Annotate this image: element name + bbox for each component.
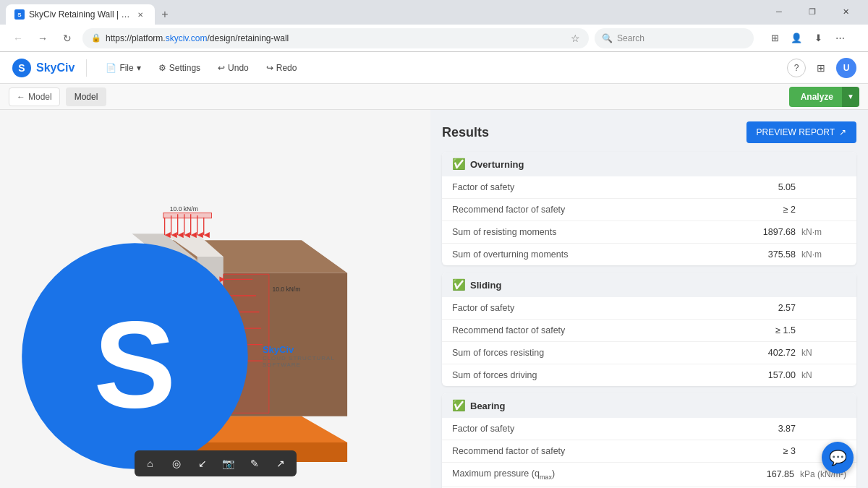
external-link-icon: ↗ — [839, 127, 846, 137]
sliding-header: ✅ Sliding — [442, 273, 856, 297]
fit-button[interactable]: ↙ — [191, 453, 214, 474]
result-row: Sum of overturning moments 375.58 kN·m — [442, 244, 856, 265]
url-bar[interactable]: 🔒 https://platform.skyciv.com/design/ret… — [82, 28, 589, 48]
restore-button[interactable]: ❐ — [796, 1, 829, 22]
results-header: Results PREVIEW REPORT ↗ — [442, 121, 856, 143]
result-row: Recommend factor of safety ≥ 1.5 — [442, 320, 856, 342]
overturning-section: ✅ Overturning Factor of safety 5.05 Reco… — [442, 152, 856, 265]
tab-close-button[interactable]: ✕ — [135, 9, 146, 20]
undo-button[interactable]: ↩ Undo — [210, 58, 256, 78]
check-icon: ✅ — [452, 278, 466, 291]
settings-button[interactable]: ⚙ Settings — [151, 58, 208, 78]
active-tab[interactable]: S SkyCiv Retaining Wall | SkyCiv ✕ — [6, 4, 155, 25]
row-unit: kN — [796, 348, 846, 358]
new-tab-button[interactable]: + — [155, 4, 175, 25]
header-nav: 📄 File ▾ ⚙ Settings ↩ Undo ↪ Redo — [98, 58, 304, 78]
close-button[interactable]: ✕ — [829, 1, 862, 22]
row-value: 402.72 — [738, 348, 796, 358]
search-icon: 🔍 — [602, 33, 613, 43]
overturning-label: Overturning — [470, 159, 524, 170]
orbit-button[interactable]: ◎ — [165, 453, 188, 474]
main-content: 10.0 kN/m 10.0 k — [0, 110, 868, 488]
edit-button[interactable]: ✎ — [243, 453, 266, 474]
redo-button[interactable]: ↪ Redo — [259, 58, 305, 78]
preview-report-label: PREVIEW REPORT — [757, 127, 835, 137]
extensions-icon[interactable]: ⊞ — [765, 29, 784, 48]
result-row: Factor of safety 3.87 — [442, 418, 856, 440]
row-value: 2.57 — [738, 303, 796, 313]
app: S SkyCiv 📄 File ▾ ⚙ Settings ↩ Undo — [0, 52, 868, 488]
row-value: 1897.68 — [738, 227, 796, 237]
avatar[interactable]: U — [836, 58, 856, 78]
reload-button[interactable]: ↻ — [58, 29, 77, 48]
row-label: Factor of safety — [452, 182, 738, 192]
overturning-header: ✅ Overturning — [442, 152, 856, 176]
bearing-section: ✅ Bearing Factor of safety 3.87 Recommen… — [442, 393, 856, 488]
browser-window: S SkyCiv Retaining Wall | SkyCiv ✕ + ─ ❐… — [0, 0, 868, 488]
row-label: Factor of safety — [452, 424, 738, 434]
row-value: 167.85 — [736, 469, 794, 479]
3d-view: 10.0 kN/m 10.0 k — [0, 110, 430, 488]
chat-button[interactable]: 💬 — [822, 442, 854, 474]
result-row: Recommend factor of safety ≥ 3 — [442, 440, 856, 463]
analyze-button[interactable]: Analyze — [789, 87, 845, 107]
screenshot-button[interactable]: 📷 — [217, 453, 240, 474]
dropdown-icon: ▾ — [137, 63, 141, 73]
search-placeholder: Search — [617, 33, 644, 43]
check-icon: ✅ — [452, 158, 466, 171]
undo-icon: ↩ — [218, 63, 225, 73]
app-header: S SkyCiv 📄 File ▾ ⚙ Settings ↩ Undo — [0, 52, 868, 84]
profile-icon[interactable]: 👤 — [787, 29, 806, 48]
download-icon[interactable]: ⬇ — [809, 29, 827, 48]
row-value: 375.58 — [738, 249, 796, 260]
url-text: https://platform.skyciv.com/design/retai… — [106, 33, 289, 43]
back-button[interactable]: ← — [9, 29, 27, 48]
row-label: Sum of forces driving — [452, 370, 738, 380]
preview-report-button[interactable]: PREVIEW REPORT ↗ — [746, 121, 856, 143]
row-label: Maximum pressure (qmax) — [452, 468, 736, 481]
result-row: Recommend factor of safety ≥ 2 — [442, 199, 856, 221]
svg-rect-10 — [163, 213, 212, 218]
back-to-model-button[interactable]: ← Model — [9, 87, 60, 106]
row-label: Recommend factor of safety — [452, 325, 738, 335]
result-row: Sum of forces resisting 402.72 kN — [442, 342, 856, 364]
minimize-button[interactable]: ─ — [762, 1, 796, 22]
analyze-dropdown-button[interactable]: ▼ — [842, 87, 859, 107]
bottom-logo-text: SkyCiv Cloud Structural Software — [263, 344, 346, 368]
back-icon: ← — [17, 92, 25, 102]
help-button[interactable]: ? — [787, 59, 806, 77]
row-unit: kN·m — [796, 249, 846, 260]
home-view-button[interactable]: ⌂ — [139, 453, 162, 474]
row-label: Factor of safety — [452, 303, 738, 313]
logo-icon: S — [12, 58, 32, 78]
row-value: 3.87 — [738, 424, 796, 434]
row-value: ≥ 3 — [738, 446, 796, 456]
tab-bar: S SkyCiv Retaining Wall | SkyCiv ✕ + ─ ❐… — [0, 0, 868, 25]
forward-button[interactable]: → — [33, 29, 52, 48]
results-panel: Results PREVIEW REPORT ↗ ✅ Overturning F… — [430, 110, 868, 488]
browser-toolbar: ⊞ 👤 ⬇ ⋯ — [765, 29, 849, 48]
lock-icon: 🔒 — [91, 33, 101, 43]
address-bar: ← → ↻ 🔒 https://platform.skyciv.com/desi… — [0, 25, 868, 52]
model-tab[interactable]: Model — [66, 87, 107, 106]
expand-button[interactable]: ↗ — [269, 453, 292, 474]
search-bar[interactable]: 🔍 Search — [595, 28, 754, 48]
row-unit: kN·m — [796, 227, 846, 237]
file-menu-button[interactable]: 📄 File ▾ — [98, 58, 148, 78]
apps-grid-button[interactable]: ⊞ — [812, 59, 830, 77]
result-row: Factor of safety 5.05 — [442, 176, 856, 199]
settings-icon: ⚙ — [158, 63, 166, 73]
result-row: Maximum pressure (qmax) 167.85 kPa (kN/m… — [442, 463, 856, 487]
bookmark-icon[interactable]: ☆ — [571, 33, 580, 44]
more-icon[interactable]: ⋯ — [830, 29, 849, 48]
header-separator — [86, 59, 87, 77]
view-toolbar: ⌂ ◎ ↙ 📷 ✎ ↗ — [135, 450, 297, 476]
tab-title: SkyCiv Retaining Wall | SkyCiv — [29, 9, 130, 20]
bottom-logo: S SkyCiv Cloud Structural Software — [12, 233, 346, 479]
window-controls: ─ ❐ ✕ — [762, 1, 862, 25]
logo: S SkyCiv — [12, 58, 75, 78]
row-label: Sum of forces resisting — [452, 348, 738, 358]
bottom-logo-icon: S — [12, 233, 258, 479]
logo-name: SkyCiv — [263, 344, 346, 355]
row-value: ≥ 1.5 — [738, 325, 796, 335]
